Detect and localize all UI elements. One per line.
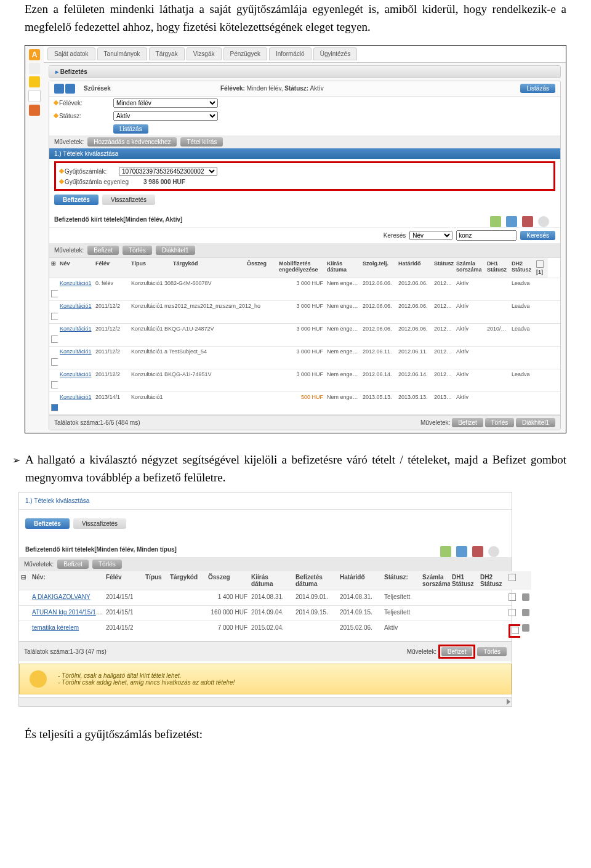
s2-print-icon[interactable]: [456, 546, 467, 557]
muveletek-label-2: Műveletek:: [54, 247, 84, 254]
rail-icon-chat[interactable]: [29, 105, 40, 116]
search-icon[interactable]: [538, 216, 549, 227]
expand-icon[interactable]: [65, 84, 75, 94]
tetel-kiiras-button[interactable]: Tétel kiírás: [180, 137, 223, 147]
plus-icon[interactable]: [522, 593, 529, 601]
felevek-label: Félévek:: [54, 100, 110, 106]
filters-label: Szűrések: [84, 85, 111, 92]
tab-visszafizetes[interactable]: Visszafizetés: [102, 195, 155, 205]
s2-tab-visszafizetes[interactable]: Visszafizetés: [73, 518, 126, 529]
row-link[interactable]: Konzultáció1: [60, 280, 92, 286]
listazas-button[interactable]: Listázás: [113, 124, 148, 134]
row-link[interactable]: Konzultáció1: [60, 303, 92, 309]
s2-tab-befizetes[interactable]: Befizetés: [25, 518, 70, 529]
rail-icon-star[interactable]: [29, 76, 40, 87]
table-row: Konzultáció12011/12/2Konzultáció1 mzs201…: [49, 301, 560, 324]
tab-informacio[interactable]: Információ: [269, 47, 312, 60]
table-row: A DIAKIGAZOLVANY2014/15/11 400 HUF2014.0…: [19, 590, 512, 606]
s2-befizet-button-bottom[interactable]: Befizet: [441, 647, 473, 656]
filters-status-lbl: Státusz:: [284, 85, 308, 92]
befizet-button-bottom[interactable]: Befizet: [452, 418, 483, 427]
row-link[interactable]: A DIAKIGAZOLVANY: [32, 593, 90, 600]
subtitle: Befizetendő kiírt tételek[Minden félév, …: [54, 216, 182, 223]
tab-sajat-adatok[interactable]: Saját adatok: [47, 47, 95, 60]
tab-ugyintezes[interactable]: Ügyintézés: [313, 47, 357, 60]
result-count: Találatok száma:1-6/6 (484 ms): [54, 419, 140, 426]
tab-tanulmanyok[interactable]: Tanulmányok: [97, 47, 147, 60]
tab-befizetes[interactable]: Befizetés: [54, 195, 98, 205]
plus-icon[interactable]: [522, 609, 529, 616]
rail-icon-a[interactable]: A: [29, 49, 40, 60]
befizet-button-top[interactable]: Befizet: [87, 246, 119, 255]
rail-icon-mail[interactable]: [29, 63, 40, 74]
diakhitel-button-bottom[interactable]: Diákhitel1: [516, 418, 555, 427]
select-all-checkbox[interactable]: [536, 260, 544, 268]
row-link[interactable]: Konzultáció1: [60, 326, 92, 332]
row-checkbox[interactable]: [51, 404, 58, 411]
search-label: Keresés: [384, 232, 406, 239]
search-button[interactable]: Keresés: [520, 231, 555, 240]
tab-vizsgak[interactable]: Vizsgák: [187, 47, 222, 60]
table-row: Konzultáció12011/12/2Konzultáció1 BKQG-A…: [49, 324, 560, 347]
torles-button-top[interactable]: Törlés: [123, 246, 152, 255]
filters-status-val: Aktív: [310, 85, 323, 92]
filters-felevek-val: Minden félév,: [247, 85, 283, 92]
table-row: tematika kérelem2014/15/27 000 HUF2015.0…: [19, 621, 512, 641]
diakhitel-button-top[interactable]: Diákhitel1: [156, 246, 195, 255]
main-tabs: Saját adatok Tanulmányok Tárgyak Vizsgák…: [44, 46, 566, 63]
s2-excel-icon[interactable]: [440, 546, 451, 557]
bullet-icon: ➢: [12, 451, 20, 468]
egyenleg-value: 3 986 000 HUF: [143, 179, 185, 185]
s2-pin-icon[interactable]: [472, 546, 483, 557]
row-checkbox[interactable]: [509, 609, 516, 616]
row-checkbox[interactable]: [51, 290, 58, 297]
gyujtoszamlak-label: Gyűjtőszámlák:: [60, 168, 115, 175]
tab-targyak[interactable]: Tárgyak: [149, 47, 185, 60]
s2-search-icon[interactable]: [488, 546, 499, 557]
row-link[interactable]: tematika kérelem: [32, 624, 79, 631]
section-1-header: 1.) Tételek kiválasztása: [49, 148, 560, 159]
row-checkbox[interactable]: [51, 381, 58, 388]
horizontal-scrollbar[interactable]: [19, 697, 512, 706]
row-checkbox[interactable]: [51, 358, 58, 366]
torles-button-bottom[interactable]: Törlés: [485, 418, 515, 427]
search-input[interactable]: [456, 230, 517, 241]
row-checkbox[interactable]: [51, 313, 58, 320]
s2-footer-muv-label: Műveletek:: [407, 648, 436, 655]
s2-select-all-checkbox[interactable]: [509, 574, 516, 581]
s2-befizet-button-top[interactable]: Befizet: [57, 560, 89, 569]
row-link[interactable]: Konzultáció1: [60, 371, 92, 377]
plus-icon[interactable]: [522, 624, 529, 632]
rail-icon-cal[interactable]: [28, 90, 41, 102]
row-checkbox[interactable]: [51, 336, 58, 343]
row-link[interactable]: Konzultáció1: [60, 348, 92, 355]
table-row: Konzultáció12011/12/2Konzultáció1 BKQG-A…: [49, 369, 560, 392]
panel-title: ▸ Befizetés: [49, 66, 560, 78]
row-link[interactable]: Konzultáció1: [60, 394, 92, 400]
table-row: Konzultáció12013/14/1Konzultáció1500 HUF…: [49, 392, 560, 415]
s2-torles-button-bottom[interactable]: Törlés: [477, 647, 507, 656]
row-checkbox[interactable]: [509, 593, 516, 601]
pin-icon[interactable]: [522, 216, 533, 227]
intro-paragraph: Ezen a felületen mindenki láthatja a saj…: [25, 0, 566, 36]
egyenleg-label: Gyűjtőszámla egyenleg: [60, 179, 140, 185]
step-paragraph: A hallgató a kiválasztó négyzet segítség…: [25, 451, 566, 487]
statusz-select[interactable]: Aktív: [113, 111, 218, 121]
tab-penzugyek[interactable]: Pénzügyek: [223, 47, 267, 60]
statusz-label: Státusz:: [54, 113, 110, 119]
row-link[interactable]: ATURAN ktg 2014/15/1 1. évf.: [32, 609, 104, 616]
search-field-select[interactable]: Név: [409, 231, 452, 240]
print-icon[interactable]: [506, 216, 517, 227]
gyujtoszamlak-select[interactable]: 107003239735326452300002: [119, 167, 217, 176]
felevek-select[interactable]: Minden félév: [113, 98, 218, 108]
table-row: Konzultáció12011/12/2Konzultáció1 a Test…: [49, 347, 560, 369]
kedvencek-button[interactable]: Hozzáadás a kedvencekhez: [87, 137, 177, 147]
s2-muv-label: Műveletek:: [24, 561, 54, 568]
listazas-button-top[interactable]: Listázás: [520, 84, 555, 93]
excel-icon[interactable]: [490, 216, 501, 227]
filters-felevek-lbl: Félévek:: [220, 85, 245, 92]
s2-torles-button-top[interactable]: Törlés: [92, 560, 122, 569]
collapse-icon[interactable]: [54, 84, 64, 94]
row-checkbox[interactable]: [512, 627, 519, 634]
s2-subtitle: Befizetendő kiírt tételek[Minden félév, …: [25, 546, 177, 553]
